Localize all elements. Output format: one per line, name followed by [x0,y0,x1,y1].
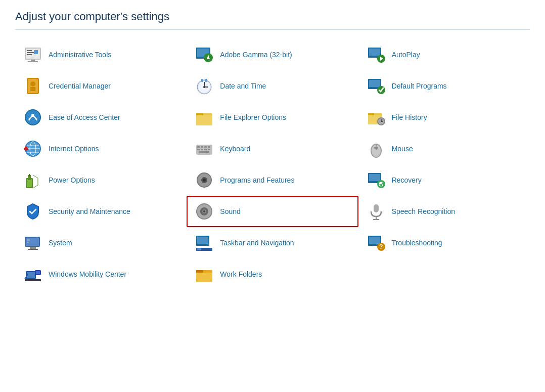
label-adobe-gamma: Adobe Gamma (32-bit) [220,50,292,59]
svg-rect-66 [29,174,30,176]
svg-rect-57 [208,149,210,150]
control-panel-grid: Administrative ToolsAdobe Gamma (32-bit)… [15,39,530,290]
label-default-programs: Default Programs [392,81,447,91]
icon-power-options [22,169,43,191]
item-mouse[interactable]: Mouse [358,133,530,164]
svg-rect-91 [197,248,201,250]
icon-credential-manager [22,75,43,97]
item-system[interactable]: System [15,227,187,258]
label-sound: Sound [220,207,240,216]
svg-point-32 [31,114,34,117]
item-speech-recognition[interactable]: Speech Recognition [358,196,530,227]
icon-date-and-time [194,75,215,97]
item-internet-options[interactable]: Internet Options [15,133,187,164]
icon-speech-recognition [366,201,387,222]
svg-rect-54 [197,149,200,150]
item-autoplay[interactable]: AutoPlay [358,39,530,70]
label-date-and-time: Date and Time [220,81,266,91]
svg-rect-34 [196,113,203,115]
item-keyboard[interactable]: Keyboard [187,133,358,164]
item-power-options[interactable]: Power Options [15,164,187,196]
icon-administrative-tools [22,44,43,65]
label-taskbar: Taskbar and Navigation [220,238,294,247]
label-security-maintenance: Security and Maintenance [49,207,130,216]
item-windows-mobility[interactable]: Windows Mobility Center [15,258,187,290]
item-administrative-tools[interactable]: Administrative Tools [15,39,187,70]
icon-sound [194,201,215,222]
svg-rect-48 [25,147,27,151]
svg-text:?: ? [379,243,383,250]
icon-file-history [366,107,387,128]
label-keyboard: Keyboard [220,144,250,153]
item-credential-manager[interactable]: Credential Manager [15,70,187,102]
svg-rect-7 [28,61,38,62]
svg-rect-50 [197,146,200,148]
svg-rect-55 [201,149,203,150]
item-adobe-gamma[interactable]: Adobe Gamma (32-bit) [187,39,358,70]
svg-rect-84 [30,247,36,249]
icon-default-programs [366,75,387,97]
svg-rect-35 [196,115,212,125]
item-troubleshooting[interactable]: ?Troubleshooting [358,227,530,258]
icon-ease-of-access [22,107,43,128]
icon-security-maintenance [22,201,43,222]
item-file-explorer[interactable]: File Explorer Options [187,102,358,133]
svg-rect-2 [27,50,32,51]
svg-rect-79 [374,204,379,212]
item-file-history[interactable]: File History [358,102,530,133]
label-recovery: Recovery [392,176,422,185]
svg-point-62 [374,147,378,149]
svg-point-78 [203,210,205,212]
label-power-options: Power Options [49,176,95,185]
label-windows-mobility: Windows Mobility Center [49,270,126,279]
icon-recovery [366,169,387,191]
svg-rect-4 [27,54,32,55]
label-autoplay: AutoPlay [392,50,420,59]
item-default-programs[interactable]: Default Programs [358,70,530,102]
label-work-folders: Work Folders [220,270,262,279]
svg-rect-56 [204,149,207,150]
item-taskbar[interactable]: Taskbar and Navigation [187,227,358,258]
svg-rect-13 [369,49,380,56]
svg-point-18 [30,81,35,86]
svg-point-31 [26,110,40,124]
svg-rect-98 [25,279,41,281]
svg-rect-37 [368,113,374,115]
svg-rect-89 [197,237,208,244]
item-sound[interactable]: Sound [187,196,358,227]
label-file-explorer: File Explorer Options [220,113,286,122]
item-recovery[interactable]: Recovery [358,164,530,196]
item-security-maintenance[interactable]: Security and Maintenance [15,196,187,227]
icon-system [22,232,43,253]
icon-troubleshooting: ? [366,232,387,253]
item-programs-features[interactable]: Programs and Features [187,164,358,196]
svg-rect-51 [201,146,203,148]
svg-rect-28 [369,80,380,87]
icon-programs-features [194,169,215,191]
page-title: Adjust your computer's settings [15,10,530,23]
svg-rect-72 [369,174,380,181]
label-ease-of-access: Ease of Access Center [49,113,120,122]
label-mouse: Mouse [392,144,413,153]
svg-point-24 [203,86,205,88]
item-ease-of-access[interactable]: Ease of Access Center [15,102,187,133]
icon-mouse [366,138,387,159]
icon-file-explorer [194,107,215,128]
icon-taskbar [194,232,215,253]
item-date-and-time[interactable]: Date and Time [187,70,358,102]
svg-rect-64 [27,179,32,187]
label-credential-manager: Credential Manager [49,81,111,91]
item-work-folders[interactable]: Work Folders [187,258,358,290]
svg-rect-100 [36,271,40,274]
label-speech-recognition: Speech Recognition [392,207,455,216]
icon-internet-options [22,138,43,159]
label-system: System [49,238,72,247]
svg-rect-97 [27,272,35,278]
svg-rect-5 [34,50,38,54]
icon-windows-mobility [22,264,43,285]
icon-keyboard [194,138,215,159]
svg-rect-93 [369,237,380,244]
svg-rect-26 [205,79,207,82]
svg-rect-6 [31,60,35,61]
svg-rect-58 [199,151,209,153]
